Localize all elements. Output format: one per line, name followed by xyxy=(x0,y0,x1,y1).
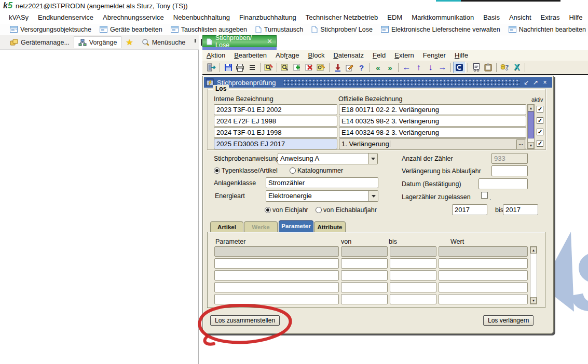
menu-nebenbuchhaltung[interactable]: Nebenbuchhaltung xyxy=(169,12,235,22)
param-row-3-bis[interactable] xyxy=(390,270,436,281)
param-scrollbar[interactable]: ▲ ▼ xyxy=(530,246,537,304)
datum-bestaetigung-field[interactable] xyxy=(478,178,528,189)
minimize-panel-button[interactable] xyxy=(195,39,196,43)
los-row-2-intern[interactable]: 2024 E72F EJ 1998 xyxy=(214,116,337,127)
previous-block-icon[interactable]: « xyxy=(372,62,384,73)
aktiv-checkbox-row-1[interactable] xyxy=(537,106,543,113)
nav-right-icon[interactable]: → xyxy=(436,62,448,73)
next-block-icon[interactable]: » xyxy=(384,62,396,73)
los-row-2-offiziell[interactable]: E14 00325 98-2 3. Verlängerung xyxy=(339,116,526,127)
save-icon[interactable] xyxy=(222,62,234,73)
eichjahr-von-field[interactable]: 2017 xyxy=(452,204,487,215)
menu-kvasy[interactable]: kVASy xyxy=(4,12,33,22)
param-row-4-parameter[interactable] xyxy=(214,282,339,292)
menu-endkundenservice[interactable]: Endkundenservice xyxy=(33,12,98,22)
forms-menu-fenster[interactable]: Fenster xyxy=(423,51,446,59)
param-row-5-bis[interactable] xyxy=(390,294,436,304)
menu-edm[interactable]: EDM xyxy=(382,12,407,22)
menu-hilfe[interactable]: Hilfe xyxy=(564,12,587,22)
param-row-1-parameter[interactable] xyxy=(214,246,339,257)
aktiv-checkbox-row-3[interactable] xyxy=(537,129,543,135)
forms-menu-abfrage[interactable]: Abfrage xyxy=(276,51,299,59)
tab-parameter[interactable]: Parameter xyxy=(279,220,313,232)
tab-werke[interactable]: Werke xyxy=(244,221,278,232)
forms-menu-aktion[interactable]: Aktion xyxy=(207,51,225,59)
lagerzaehler-checkbox[interactable] xyxy=(481,192,488,199)
fetch-next-icon[interactable] xyxy=(332,62,344,73)
forms-menu-datensatz[interactable]: Datensatz xyxy=(333,51,364,59)
quick-tauschlisten-ausgeben[interactable]: Tauschlisten ausgeben xyxy=(167,25,251,34)
quick-geraete-bearbeiten[interactable]: Geräte bearbeiten xyxy=(95,25,167,34)
list-of-values-icon[interactable] xyxy=(470,62,482,73)
los-zusammenstellen-button[interactable]: Los zusammenstellen xyxy=(210,315,280,326)
param-row-4-von[interactable] xyxy=(341,282,388,292)
nav-menuesuche[interactable]: Menüsuche xyxy=(138,36,190,48)
nav-geraetemanager[interactable]: Gerätemanage... xyxy=(6,37,74,48)
menu-finanzbuchhaltung[interactable]: Finanzbuchhaltung xyxy=(235,12,301,22)
window-close-icon[interactable]: × xyxy=(541,79,549,86)
insert-record-icon[interactable] xyxy=(291,62,303,73)
param-row-2-von[interactable] xyxy=(341,258,388,269)
forms-menu-hilfe[interactable]: Hilfe xyxy=(455,51,468,59)
maximize-panel-button[interactable] xyxy=(201,39,202,46)
forms-menu-feld[interactable]: Feld xyxy=(373,51,386,59)
param-row-5-wert[interactable] xyxy=(439,294,528,304)
param-row-2-bis[interactable] xyxy=(390,258,436,269)
edit-icon[interactable] xyxy=(344,62,355,73)
aktiv-checkbox-row-4[interactable] xyxy=(537,140,543,147)
lov-ellipsis-button[interactable]: ... xyxy=(516,139,525,149)
energieart-select[interactable]: Elektroenergie xyxy=(266,190,378,202)
param-row-4-bis[interactable] xyxy=(390,282,436,292)
quick-versorgungsobjektsuche[interactable]: Versorgungsobjektsuche xyxy=(6,25,95,34)
los-row-4-intern[interactable]: 2025 ED300S EJ 2017 xyxy=(214,138,337,149)
eichjahr-bis-field[interactable]: 2017 xyxy=(503,204,538,215)
tab-stichproben-lose[interactable]: Stichproben/ Lose ✕ xyxy=(202,35,277,47)
menu-basis[interactable]: Basis xyxy=(478,12,504,22)
enter-query-icon[interactable] xyxy=(263,62,275,73)
los-scrollbar[interactable]: ▲ ▼ xyxy=(527,104,535,149)
menu-abrechnungsservice[interactable]: Abrechnungsservice xyxy=(98,12,169,22)
menu-marktkommunikation[interactable]: Marktkommunikation xyxy=(407,12,478,22)
window-maximize-icon[interactable]: ↗ xyxy=(532,79,539,86)
execute-query-icon[interactable] xyxy=(279,62,291,73)
menu-extras[interactable]: Extras xyxy=(536,12,565,22)
quick-nachrichten-bearbeiten[interactable]: Nachrichten bearbeiten xyxy=(504,25,588,34)
anlagenklasse-field[interactable]: Stromzähler xyxy=(266,177,378,188)
quick-lieferscheine-verwalten[interactable]: Elektronische Lieferscheine verwalten xyxy=(377,25,504,34)
param-row-4-wert[interactable] xyxy=(439,282,528,292)
von-eichablaufjahr-radio[interactable] xyxy=(316,207,322,213)
param-row-3-wert[interactable] xyxy=(439,270,528,281)
tab-artikel[interactable]: Artikel xyxy=(210,221,243,232)
forms-menu-block[interactable]: Block xyxy=(308,51,325,59)
window-titlebar[interactable]: Stichprobenprüfung ↙ ↗ × xyxy=(204,77,552,88)
favorites-star-icon[interactable]: ★ xyxy=(121,35,137,49)
nav-left-icon[interactable]: ← xyxy=(401,62,413,73)
param-row-3-parameter[interactable] xyxy=(214,270,339,281)
kvasy-window-icon[interactable] xyxy=(453,62,466,73)
scroll-down-icon[interactable]: ▼ xyxy=(528,142,534,149)
nav-vorgaenge[interactable]: Vorgänge xyxy=(74,36,122,48)
stichprobenanweisung-select[interactable]: Anweisung A xyxy=(278,153,378,164)
tab-attribute[interactable]: Attribute xyxy=(314,221,346,232)
los-row-4-offiziell[interactable]: 1. Verlängerung ... xyxy=(339,138,526,149)
param-row-2-parameter[interactable] xyxy=(214,258,339,269)
clipboard-icon[interactable] xyxy=(482,62,494,73)
costs-info-icon[interactable]: ? xyxy=(499,62,511,73)
quick-turnustausch[interactable]: Turnustausch xyxy=(251,25,307,34)
delete-record-icon[interactable] xyxy=(303,62,315,73)
param-row-2-wert[interactable] xyxy=(439,258,528,269)
typenklasse-radio[interactable] xyxy=(214,167,220,174)
window-minimize-icon[interactable]: ↙ xyxy=(523,79,530,86)
forms-menu-bearbeiten[interactable]: Bearbeiten xyxy=(234,51,267,59)
los-row-1-intern[interactable]: 2023 T3F-01 EJ 2002 xyxy=(214,104,337,115)
nav-down-icon[interactable]: ↓ xyxy=(425,62,436,73)
forms-menu-extern[interactable]: Extern xyxy=(394,51,414,59)
print-icon[interactable] xyxy=(234,62,246,73)
verlaengerung-bis-ablaufjahr-field[interactable] xyxy=(491,165,528,176)
scrollbar-thumb[interactable] xyxy=(528,111,534,138)
count-query-icon[interactable] xyxy=(315,62,327,73)
dropdown-arrow-icon[interactable] xyxy=(368,153,377,164)
menu-ansicht[interactable]: Ansicht xyxy=(504,12,536,22)
aktiv-checkbox-row-2[interactable] xyxy=(537,117,543,124)
close-tab-icon[interactable]: ✕ xyxy=(267,39,272,44)
